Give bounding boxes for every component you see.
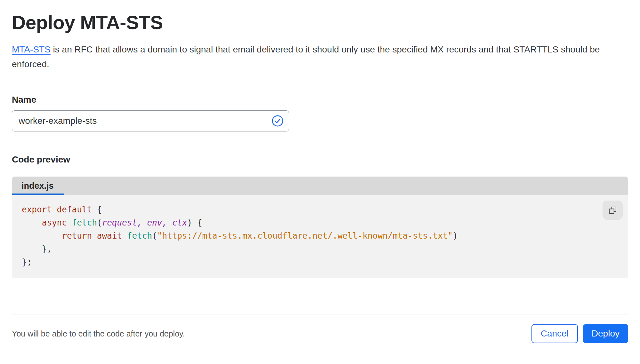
code-line: }, bbox=[22, 242, 603, 256]
name-field-label: Name bbox=[12, 93, 628, 106]
description-rest: is an RFC that allows a domain to signal… bbox=[12, 44, 600, 69]
name-input-wrapper bbox=[12, 110, 289, 131]
code-line: async fetch(request, env, ctx) { bbox=[22, 216, 603, 229]
page-title: Deploy MTA-STS bbox=[12, 12, 628, 34]
description-text: MTA-STS is an RFC that allows a domain t… bbox=[12, 42, 622, 72]
code-tabbar: index.js bbox=[12, 177, 628, 195]
footer-divider bbox=[12, 314, 628, 314]
tab-index-js[interactable]: index.js bbox=[12, 177, 64, 195]
footer: You will be able to edit the code after … bbox=[12, 324, 628, 343]
code-editor-area: export default { async fetch(request, en… bbox=[12, 195, 628, 278]
check-circle-icon bbox=[271, 115, 284, 127]
deploy-button[interactable]: Deploy bbox=[583, 324, 628, 343]
code-line: return await fetch("https://mta-sts.mx.c… bbox=[22, 229, 603, 242]
name-input[interactable] bbox=[19, 116, 271, 126]
mta-sts-link[interactable]: MTA-STS bbox=[12, 44, 51, 54]
footer-actions: Cancel Deploy bbox=[531, 324, 628, 343]
code-preview-panel: index.js export default { async fetch(re… bbox=[12, 177, 628, 278]
code-line: }; bbox=[22, 256, 603, 269]
copy-icon bbox=[608, 205, 618, 215]
copy-code-button[interactable] bbox=[603, 201, 623, 220]
code-line: export default { bbox=[22, 203, 603, 216]
code-content: export default { async fetch(request, en… bbox=[22, 203, 603, 269]
code-preview-label: Code preview bbox=[12, 153, 628, 166]
cancel-button[interactable]: Cancel bbox=[531, 324, 578, 343]
footer-note: You will be able to edit the code after … bbox=[12, 329, 185, 338]
